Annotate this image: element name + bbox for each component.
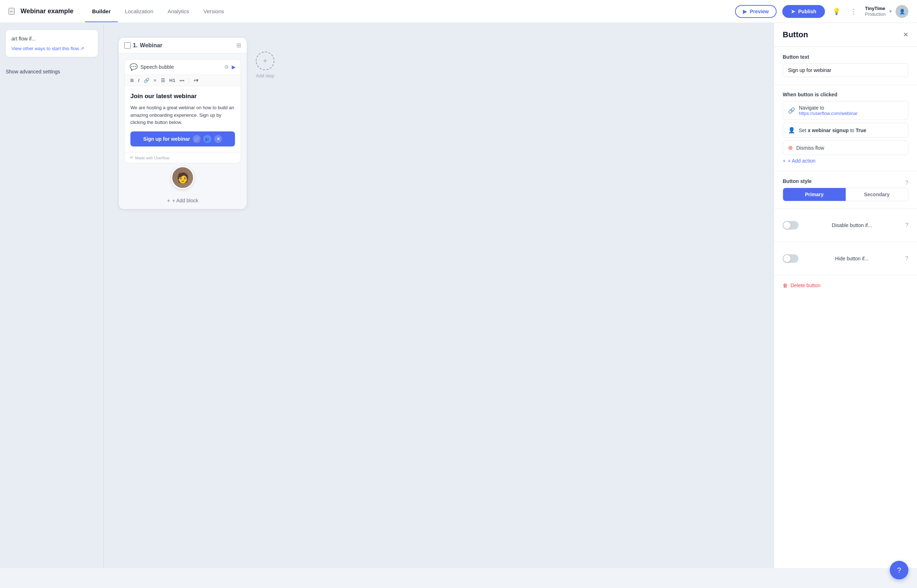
button-dismiss-icon: ✕: [214, 135, 222, 143]
button-style-help-icon[interactable]: ?: [905, 180, 908, 186]
when-clicked-label: When button is clicked: [783, 92, 908, 97]
back-button[interactable]: ←: [9, 8, 15, 15]
webinar-signup-button[interactable]: Sign up for webinar 🔗 👥 ✕: [130, 131, 235, 147]
preview-button[interactable]: ▶ Preview: [735, 5, 776, 18]
button-user-icon: 👥: [204, 135, 211, 143]
link-button[interactable]: 🔗: [142, 77, 151, 84]
bold-button[interactable]: B: [129, 77, 135, 84]
more-options-icon[interactable]: ⋮: [848, 6, 859, 17]
add-step-label: Add step: [256, 73, 274, 78]
panel-close-button[interactable]: ✕: [903, 31, 908, 39]
bubble-heading[interactable]: Join our latest webinar: [130, 92, 235, 101]
user-text-block: TinyTime Production: [865, 6, 885, 17]
disable-toggle-row: Disable button if... ?: [783, 216, 908, 234]
top-nav: ← Webinar example Builder Localization A…: [0, 0, 917, 23]
canvas: 1. Webinar ⊞ 💬 Speech bubble ⚙ ▶: [104, 23, 774, 568]
rich-text-toolbar: B I 🔗 ≡ ☰ H1 ••• +▾: [125, 75, 241, 86]
speech-bubble-block: 💬 Speech bubble ⚙ ▶ B I 🔗 ≡ ☰: [124, 59, 241, 163]
button-text-section: Button text: [774, 47, 917, 84]
external-link-icon: ↗: [80, 46, 84, 51]
play-icon: ▶: [743, 9, 747, 15]
lightbulb-icon[interactable]: 💡: [831, 6, 842, 17]
disable-toggle[interactable]: [783, 221, 799, 229]
hide-toggle[interactable]: [783, 254, 799, 263]
bubble-content: Join our latest webinar We are hosting a…: [125, 86, 241, 152]
start-flow-title: art flow if...: [11, 36, 92, 42]
add-action-button[interactable]: + + Add action: [783, 158, 908, 164]
disable-help-icon[interactable]: ?: [905, 222, 908, 228]
disable-section: Disable button if... ?: [774, 209, 917, 242]
style-primary-button[interactable]: Primary: [783, 188, 846, 201]
hide-label: Hide button if...: [835, 256, 868, 262]
plus-action-icon: +: [783, 158, 786, 164]
when-clicked-section: When button is clicked 🔗 Navigate to htt…: [774, 84, 917, 171]
avatar: 👤: [896, 5, 908, 18]
speech-bubble-icon: 💬: [130, 63, 137, 71]
user-info[interactable]: TinyTime Production ▼ 👤: [865, 5, 908, 18]
add-step-button[interactable]: +: [256, 52, 274, 70]
divider: [6, 63, 98, 63]
view-other-ways-link[interactable]: View other ways to start this flow ↗: [11, 46, 92, 51]
nav-tabs: Builder Localization Analytics Versions: [85, 1, 231, 22]
made-with-userflow: ⟲ Made with Userflow: [125, 152, 241, 163]
app-title: Webinar example: [20, 8, 73, 15]
more-toolbar-icon[interactable]: •••: [178, 77, 186, 84]
panel-header: Button ✕: [774, 23, 917, 47]
action-navigate[interactable]: 🔗 Navigate to https://userflow.com/webin…: [783, 101, 908, 120]
step-card: 1. Webinar ⊞ 💬 Speech bubble ⚙ ▶: [118, 37, 247, 210]
tab-localization[interactable]: Localization: [118, 1, 160, 22]
chevron-down-icon: ▼: [888, 9, 893, 14]
userflow-logo-icon: ⟲: [130, 155, 133, 160]
bubble-title-row: 💬 Speech bubble: [130, 63, 174, 71]
hide-toggle-row: Hide button if... ?: [783, 249, 908, 268]
help-icon: ?: [897, 566, 901, 568]
bubble-header: 💬 Speech bubble ⚙ ▶: [125, 60, 241, 75]
add-step-wrapper: + Add step: [256, 37, 274, 78]
step-number: 1.: [133, 42, 137, 49]
bubble-gear-icon[interactable]: ⚙: [224, 64, 229, 70]
button-text-label: Button text: [783, 54, 908, 60]
step-settings-icon[interactable]: ⊞: [236, 42, 241, 49]
toolbar-separator: [189, 78, 189, 84]
character-avatar: 🧑: [171, 166, 194, 189]
tab-builder[interactable]: Builder: [85, 1, 118, 22]
heading-button[interactable]: H1: [168, 77, 177, 84]
bubble-body[interactable]: We are hosting a great webinar on how to…: [130, 104, 235, 126]
action-dismiss-flow[interactable]: ⊗ Dismiss flow: [783, 141, 908, 155]
action-set-variable[interactable]: 👤 Set x webinar signup to True: [783, 123, 908, 137]
link-action-icon: 🔗: [788, 107, 795, 114]
show-advanced-settings[interactable]: Show advanced settings: [6, 69, 98, 74]
plus-icon: +: [167, 198, 170, 204]
main-layout: art flow if... View other ways to start …: [0, 23, 917, 568]
nav-right: ▶ Preview ➤ Publish 💡 ⋮ TinyTime Product…: [735, 5, 908, 18]
button-style-row: Button style ?: [783, 178, 908, 187]
step-container: 1. Webinar ⊞ 💬 Speech bubble ⚙ ▶: [118, 37, 759, 210]
add-block-button[interactable]: + + Add block: [118, 192, 247, 209]
publish-button[interactable]: ➤ Publish: [782, 5, 825, 18]
avatar-container: 🧑: [118, 166, 247, 189]
button-style-section: Button style ? Primary Secondary: [774, 171, 917, 209]
send-icon: ➤: [791, 9, 795, 15]
step-name[interactable]: Webinar: [140, 42, 162, 49]
left-sidebar: art flow if... View other ways to start …: [0, 23, 104, 568]
add-block-toolbar-button[interactable]: +▾: [192, 77, 200, 84]
ordered-list-button[interactable]: ≡: [152, 77, 158, 84]
italic-button[interactable]: I: [136, 77, 141, 84]
tab-versions[interactable]: Versions: [196, 1, 231, 22]
bubble-play-icon[interactable]: ▶: [232, 64, 236, 70]
back-arrow-icon: ←: [9, 9, 14, 14]
panel-title: Button: [783, 30, 808, 39]
step-checkbox[interactable]: [124, 42, 131, 49]
delete-button[interactable]: 🗑 Delete button: [774, 275, 917, 296]
right-panel: Button ✕ Button text When button is clic…: [774, 23, 917, 568]
action-set-text: Set x webinar signup to True: [799, 128, 866, 133]
bubble-actions: ⚙ ▶: [224, 64, 236, 70]
style-secondary-button[interactable]: Secondary: [846, 188, 908, 201]
tab-analytics[interactable]: Analytics: [160, 1, 196, 22]
start-flow-card: art flow if... View other ways to start …: [6, 30, 98, 57]
button-link-icon: 🔗: [193, 135, 201, 143]
hide-help-icon[interactable]: ?: [905, 255, 908, 262]
button-style-toggle: Primary Secondary: [783, 187, 908, 201]
unordered-list-button[interactable]: ☰: [159, 77, 167, 84]
button-text-input[interactable]: [783, 63, 908, 77]
